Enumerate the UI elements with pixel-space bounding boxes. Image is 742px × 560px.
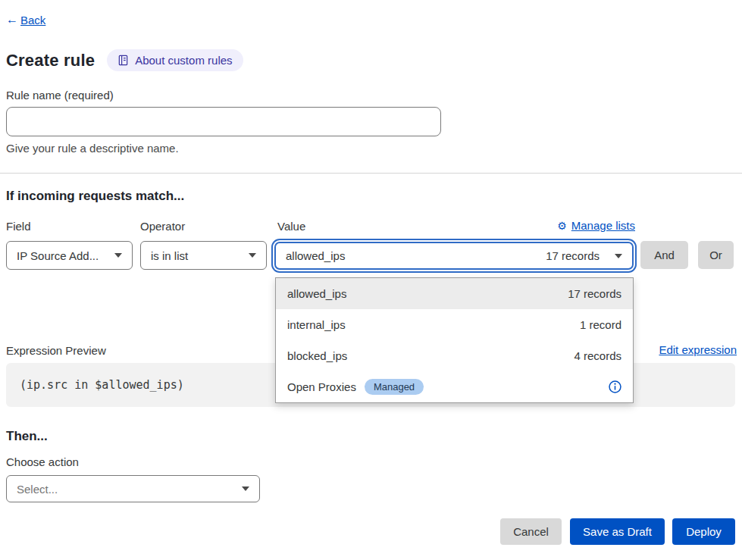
save-as-draft-button[interactable]: Save as Draft xyxy=(570,518,665,545)
chevron-down-icon xyxy=(615,254,622,258)
match-section-heading: If incoming requests match... xyxy=(6,189,184,204)
chevron-down-icon xyxy=(249,253,256,258)
rule-name-label: Rule name (required) xyxy=(6,89,114,102)
list-item-allowed-ips[interactable]: allowed_ips 17 records xyxy=(276,278,633,309)
value-select[interactable]: allowed_ips 17 records xyxy=(274,242,634,270)
list-item-name: internal_ips xyxy=(287,318,346,331)
chevron-down-icon xyxy=(114,253,122,258)
manage-lists-label: Manage lists xyxy=(571,219,635,232)
or-button[interactable]: Or xyxy=(698,241,734,269)
gear-icon: ⚙ xyxy=(557,220,567,232)
list-item-blocked-ips[interactable]: blocked_ips 4 records xyxy=(276,340,633,371)
rule-name-helper-text: Give your rule a descriptive name. xyxy=(6,142,179,155)
section-divider xyxy=(0,173,742,174)
then-section-heading: Then... xyxy=(6,429,48,444)
value-select-record-count: 17 records xyxy=(546,249,600,262)
list-item-internal-ips[interactable]: internal_ips 1 record xyxy=(276,309,633,340)
chevron-down-icon xyxy=(242,486,249,491)
deploy-button[interactable]: Deploy xyxy=(672,518,735,545)
back-arrow-icon: ← xyxy=(6,13,18,27)
and-button[interactable]: And xyxy=(640,241,688,269)
list-item-name: allowed_ips xyxy=(287,287,346,300)
managed-badge: Managed xyxy=(365,379,424,395)
edit-expression-link[interactable]: Edit expression xyxy=(659,343,737,356)
list-item-detail: 1 record xyxy=(580,318,621,331)
back-link[interactable]: ← Back xyxy=(6,13,45,27)
operator-select-value: is in list xyxy=(151,249,188,262)
field-column-label: Field xyxy=(6,220,31,233)
manage-lists-link[interactable]: ⚙ Manage lists xyxy=(557,219,635,232)
book-icon xyxy=(117,55,129,66)
rule-name-input[interactable] xyxy=(6,107,441,136)
back-label: Back xyxy=(20,14,45,27)
operator-select[interactable]: is in list xyxy=(140,241,267,270)
title-row: Create rule About custom rules xyxy=(6,49,243,71)
list-dropdown: allowed_ips 17 records internal_ips 1 re… xyxy=(275,277,634,403)
page-title: Create rule xyxy=(6,51,95,70)
about-custom-rules-link[interactable]: About custom rules xyxy=(107,49,243,71)
value-column-label: Value xyxy=(277,220,305,233)
expression-code: (ip.src in $allowed_ips) xyxy=(20,378,184,392)
cancel-button[interactable]: Cancel xyxy=(500,518,562,545)
field-select[interactable]: IP Source Add... xyxy=(6,241,133,270)
action-select[interactable]: Select... xyxy=(6,475,260,502)
list-item-open-proxies[interactable]: Open Proxies Managed xyxy=(276,371,633,402)
operator-column-label: Operator xyxy=(140,220,185,233)
action-select-placeholder: Select... xyxy=(17,483,58,496)
field-select-value: IP Source Add... xyxy=(17,249,99,262)
list-item-detail: 4 records xyxy=(574,349,621,362)
choose-action-label: Choose action xyxy=(6,455,79,468)
list-item-name: Open Proxies xyxy=(287,380,356,393)
info-icon[interactable] xyxy=(609,380,621,393)
create-rule-page: ← Back Create rule About custom rules Ru… xyxy=(0,0,742,560)
list-item-detail: 17 records xyxy=(568,287,621,300)
list-item-name: blocked_ips xyxy=(287,349,347,362)
value-select-selected: allowed_ips xyxy=(286,249,345,262)
about-custom-rules-label: About custom rules xyxy=(135,54,232,67)
expression-preview-label: Expression Preview xyxy=(6,344,106,357)
